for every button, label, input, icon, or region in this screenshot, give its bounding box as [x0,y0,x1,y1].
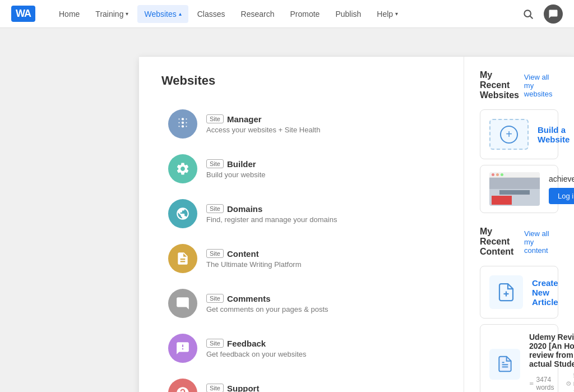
time-ago-0: 5 months ago [566,372,574,392]
feedback-title: Site Feedback [206,339,307,348]
chevron-up-icon: ▴ [179,11,182,17]
comments-title: Site Comments [206,294,328,303]
build-website-label: Build a Website [538,125,570,144]
support-name: Support [227,384,260,393]
plus-circle-icon: + [500,126,518,144]
svg-rect-4 [178,126,179,127]
word-count-0: 3474 words [529,376,557,391]
site-badge-content: Site [206,249,224,258]
manager-desc: Access your websites + Site Health [206,126,320,134]
manager-icon [168,109,197,139]
nav-right [519,4,563,24]
view-all-websites-link[interactable]: View all my websites [524,73,558,98]
article-card-0: Udemy Review 2020 [An Honest review from… [480,324,558,392]
menu-item-support[interactable]: Site Support Technical support for your … [161,371,441,392]
nav-items: Home Training ▾ Websites ▴ Classes Resea… [52,5,519,23]
recent-content-section: My Recent Content View all my content Cr… [480,227,558,392]
nav-label-home: Home [59,10,80,19]
dropdown-right-panel: My Recent Websites View all my websites … [464,57,574,392]
chat-button[interactable] [544,4,563,24]
manager-title: Site Manager [206,114,320,124]
site-badge-feedback: Site [206,339,224,348]
nav-item-help[interactable]: Help ▾ [370,5,405,23]
manager-name: Manager [227,114,262,124]
content-text: Site Content The Ultimate Writing Platfo… [206,249,302,269]
logo[interactable]: WA [11,6,35,22]
view-all-content-link[interactable]: View all my content [524,229,558,255]
builder-text: Site Builder Build your website [206,159,266,179]
nav-item-home[interactable]: Home [52,5,86,23]
nav-item-websites[interactable]: Websites ▴ [137,5,188,23]
nav-label-websites: Websites [144,10,176,19]
support-title: Site Support [206,384,320,393]
support-icon [168,379,197,392]
website-thumbnail [489,172,540,206]
nav-item-research[interactable]: Research [234,5,281,23]
feedback-icon [168,334,197,363]
build-website-card[interactable]: + Build a Website [480,109,558,159]
website-domain-0: achievesuccessfromhome.com [549,174,574,183]
chevron-down-icon: ▾ [126,11,128,17]
search-button[interactable] [519,5,537,23]
menu-item-builder[interactable]: Site Builder Build your website [161,146,441,191]
content-desc: The Ultimate Writing Platform [206,260,302,269]
nav-item-classes[interactable]: Classes [191,5,232,23]
menu-item-domains[interactable]: Site Domains Find, register and manage y… [161,191,441,236]
builder-desc: Build your website [206,170,266,179]
menu-item-feedback[interactable]: Site Feedback Get feedback on your websi… [161,326,441,371]
builder-icon [168,154,197,183]
article-meta-0: 3474 words 5 months ago [529,372,574,392]
comments-icon [168,289,197,318]
nav-item-promote[interactable]: Promote [283,5,326,23]
website-actions-0: Log in View details [549,188,574,204]
left-sidebar [0,28,139,392]
feedback-desc: Get feedback on your websites [206,350,307,358]
svg-point-0 [524,10,531,17]
comments-name: Comments [227,294,271,303]
recent-websites-title: My Recent Websites [480,70,524,100]
article-doc-icon-0 [489,349,520,380]
build-website-icon: + [489,119,529,150]
nav-label-publish: Publish [335,10,361,19]
comments-text: Site Comments Get comments on your pages… [206,294,328,313]
builder-name: Builder [227,159,256,169]
nav-label-promote: Promote [290,10,320,19]
svg-rect-3 [178,122,179,123]
create-article-label: Create New Article [532,278,558,307]
recent-content-title: My Recent Content [480,227,524,257]
dropdown-left-menu: Websites [139,57,464,392]
content-name: Content [227,249,259,259]
navbar: WA Home Training ▾ Websites ▴ Classes Re… [0,0,574,28]
support-text: Site Support Technical support for your … [206,384,320,393]
feedback-text: Site Feedback Get feedback on your websi… [206,339,307,358]
svg-line-1 [530,16,533,19]
site-badge-manager: Site [206,114,224,123]
nav-item-training[interactable]: Training ▾ [89,5,135,23]
svg-rect-7 [186,126,187,127]
svg-rect-5 [186,118,187,119]
site-badge-support: Site [206,384,224,392]
login-button-0[interactable]: Log in [549,188,574,204]
website-card-0: achievesuccessfromhome.com Log in View d… [480,165,558,213]
svg-rect-2 [178,118,179,119]
site-badge-domains: Site [206,204,224,213]
menu-item-comments[interactable]: Site Comments Get comments on your pages… [161,281,441,326]
websites-dropdown-panel: Websites [139,56,574,392]
manager-text: Site Manager Access your websites + Site… [206,114,320,134]
comments-desc: Get comments on your pages & posts [206,305,328,313]
logo-box: WA [11,6,35,22]
nav-item-publish[interactable]: Publish [328,5,368,23]
domains-name: Domains [227,204,262,214]
domains-desc: Find, register and manage your domains [206,215,337,224]
menu-item-manager[interactable]: Site Manager Access your websites + Site… [161,102,441,146]
domains-icon [168,199,197,228]
builder-title: Site Builder [206,159,266,169]
create-article-card[interactable]: Create New Article [480,266,558,319]
site-badge-builder: Site [206,159,224,168]
nav-label-research: Research [241,10,275,19]
dropdown-title: Websites [161,73,441,88]
chevron-down-icon-help: ▾ [395,11,398,17]
word-count-text-0: 3474 words [536,376,557,391]
menu-item-content[interactable]: Site Content The Ultimate Writing Platfo… [161,236,441,281]
article-info-0: Udemy Review 2020 [An Honest review from… [529,333,574,392]
